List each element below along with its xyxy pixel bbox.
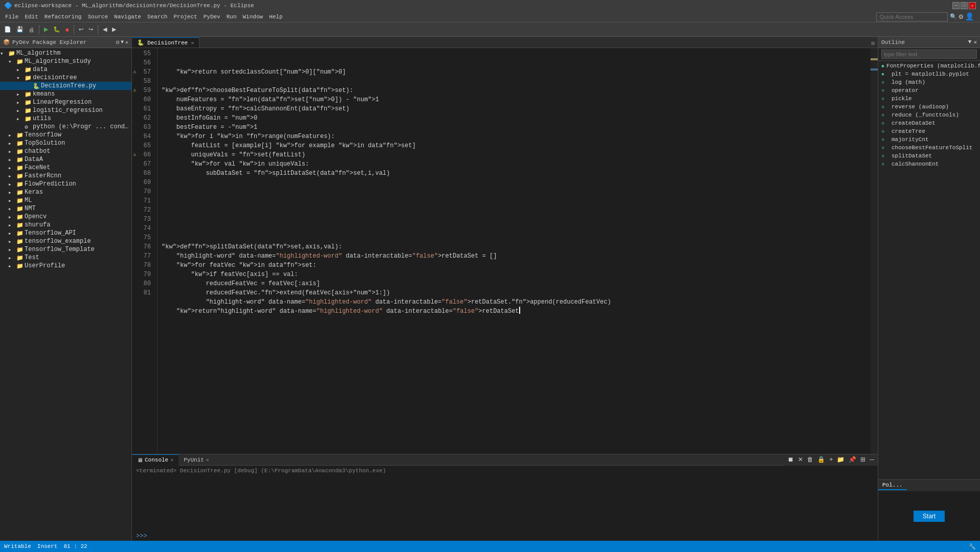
outline-tree-item[interactable]: ⟡createTree xyxy=(878,127,980,135)
pe-tree-item[interactable]: ▸📁LinearRegression xyxy=(0,98,131,106)
outline-filter-input[interactable] xyxy=(881,50,977,59)
pe-tree-item[interactable]: ▸📁TopSolution xyxy=(0,139,131,147)
minimize-button[interactable]: ─ xyxy=(952,2,960,9)
pe-tree-item[interactable]: ▸📁DataA xyxy=(0,155,131,164)
outline-tree-item[interactable]: ⟡createDataSet xyxy=(878,119,980,127)
pe-tree-item[interactable]: ▸📁FaceNet xyxy=(0,164,131,172)
outline-tree-item[interactable]: ⟡calcShannonEnt xyxy=(878,160,980,168)
pe-tree-item[interactable]: ▸📁Keras xyxy=(0,188,131,196)
outline-tree-item[interactable]: ⟡pickle xyxy=(878,95,980,103)
console-terminate-btn[interactable]: ⏹ xyxy=(786,455,795,464)
menu-help[interactable]: Help xyxy=(266,13,285,21)
quick-access-area[interactable]: 🔍 ⚙ 👤 xyxy=(876,12,978,21)
outline-tree-item[interactable]: ⟡operator xyxy=(878,86,980,95)
pe-tree-item[interactable]: ▸📁utils xyxy=(0,114,131,123)
outline-tree-item[interactable]: ⟡splitDataSet xyxy=(878,152,980,160)
outline-bottom-tab-pol[interactable]: Pol... xyxy=(878,481,907,490)
forward-button[interactable]: ▶ xyxy=(110,25,118,34)
pe-tree-item[interactable]: ▸📁FlowPrediction xyxy=(0,180,131,188)
console-tab-console[interactable]: 🖥 Console ✕ xyxy=(132,454,179,466)
outline-tree-item[interactable]: ⟡majorityCnt xyxy=(878,135,980,144)
pe-tree-item[interactable]: ▸📁Opencv xyxy=(0,213,131,221)
pe-close-icon[interactable]: ✕ xyxy=(125,39,128,45)
pyunit-tab-close[interactable]: ✕ xyxy=(206,457,209,463)
outline-filter[interactable] xyxy=(878,48,980,61)
stop-button[interactable]: ■ xyxy=(63,26,71,34)
code-area[interactable]: "kw">return sortedclassCount["num">0]["n… xyxy=(158,48,871,454)
pe-tree-item[interactable]: ▸📁kmeans xyxy=(0,90,131,98)
outline-tree-item[interactable]: ⟡reduce (_functtools) xyxy=(878,111,980,119)
save-button[interactable]: 💾 xyxy=(14,25,26,34)
console-maximize-btn[interactable]: ⊞ xyxy=(859,455,867,464)
menu-run[interactable]: Run xyxy=(224,13,240,21)
editor-maximize-icon[interactable]: ⊞ xyxy=(868,39,878,48)
pe-tree-item[interactable]: ▸📁chatbot xyxy=(0,147,131,155)
console-remove-btn[interactable]: ✕ xyxy=(796,455,805,464)
menu-navigate[interactable]: Navigate xyxy=(111,13,144,21)
pe-tree-item[interactable]: ▸📁ML xyxy=(0,196,131,204)
quick-access-input[interactable] xyxy=(876,12,948,21)
outline-header-controls[interactable]: ▼ ✕ xyxy=(968,39,977,45)
back-button[interactable]: ◀ xyxy=(101,25,109,34)
pe-tree-item[interactable]: ▸📁Test xyxy=(0,254,131,262)
close-button[interactable]: ✕ xyxy=(969,2,976,9)
start-button[interactable]: Start xyxy=(914,511,945,522)
menu-file[interactable]: File xyxy=(2,13,21,21)
debug-button[interactable]: 🐛 xyxy=(51,25,62,34)
pe-menu-icon[interactable]: ▼ xyxy=(121,39,124,45)
pe-tree-item[interactable]: ▾📁ML_algorithm xyxy=(0,49,131,57)
pe-tree-item[interactable]: ▸📁Tensorflow_API xyxy=(0,229,131,237)
pe-tree-item[interactable]: ▾📁decisiontree xyxy=(0,74,131,82)
outline-tree-item[interactable]: ⟡log (math) xyxy=(878,78,980,86)
pe-tree-item[interactable]: ▸📁data xyxy=(0,65,131,74)
outline-tree-item[interactable]: ⟡reverse (audioop) xyxy=(878,103,980,111)
run-button[interactable]: ▶ xyxy=(42,25,50,34)
menu-window[interactable]: Window xyxy=(240,13,266,21)
menu-refactoring[interactable]: Refactoring xyxy=(41,13,85,21)
console-new-btn[interactable]: + xyxy=(828,455,834,464)
menu-edit[interactable]: Edit xyxy=(21,13,41,21)
folder-icon: 📁 xyxy=(25,91,33,98)
toolbar-icon2[interactable]: 👤 xyxy=(965,12,974,21)
outline-tree-item[interactable]: ●plt = matplotlib.pyplot xyxy=(878,70,980,78)
toolbar-icon1[interactable]: ⚙ xyxy=(959,12,963,21)
editor-tab-decisiontree[interactable]: 🐍 DecisionTree ✕ xyxy=(132,37,199,48)
code-text xyxy=(162,205,165,215)
pe-tree-item[interactable]: ▸📁tensorflow_example xyxy=(0,237,131,245)
outline-close-icon[interactable]: ✕ xyxy=(973,39,977,45)
pe-tree-item[interactable]: 🐍DecisionTree.py xyxy=(0,82,131,90)
pe-tree-item[interactable]: ▸📁shurufa xyxy=(0,221,131,229)
tab-close-icon[interactable]: ✕ xyxy=(191,40,194,46)
menu-search[interactable]: Search xyxy=(144,13,171,21)
pe-tree-item[interactable]: ▸📁FasterRcnn xyxy=(0,172,131,180)
redo-button[interactable]: ↪ xyxy=(86,25,95,34)
console-scroll-lock-btn[interactable]: 🔒 xyxy=(816,455,827,464)
console-minimize-btn[interactable]: ─ xyxy=(868,455,876,464)
pe-tree-item[interactable]: ⚙python (e:\Progr ... conda3\python.exe) xyxy=(0,123,131,131)
pe-tree-item[interactable]: ▸📁NMT xyxy=(0,204,131,213)
text-cursor xyxy=(519,307,520,314)
console-tab-close[interactable]: ✕ xyxy=(170,457,173,463)
title-bar-controls[interactable]: ─ □ ✕ xyxy=(952,2,976,9)
pe-tree-item[interactable]: ▸📁logistic_regression xyxy=(0,106,131,114)
pe-tree-item[interactable]: ▸📁UserProfile xyxy=(0,262,131,270)
pe-collapse-icon[interactable]: ⊟ xyxy=(116,39,119,45)
console-clear-btn[interactable]: 🗑 xyxy=(806,455,815,464)
pe-tree-item[interactable]: ▾📁ML_algorithm_study xyxy=(0,57,131,65)
menu-source[interactable]: Source xyxy=(84,13,111,21)
undo-button[interactable]: ↩ xyxy=(77,25,85,34)
outline-tree-item[interactable]: ⟡chooseBestFeatureToSplit xyxy=(878,144,980,152)
pe-header-controls[interactable]: ⊟ ▼ ✕ xyxy=(116,39,128,45)
console-pin-btn[interactable]: 📌 xyxy=(847,455,858,464)
menu-project[interactable]: Project xyxy=(170,13,200,21)
console-tab-pyunit[interactable]: PyUnit ✕ xyxy=(179,454,214,466)
new-button[interactable]: 📄 xyxy=(2,25,13,34)
pe-tree-item[interactable]: ▸📁Tensorflow_Template xyxy=(0,245,131,254)
maximize-button[interactable]: □ xyxy=(961,2,968,9)
print-button[interactable]: 🖨 xyxy=(27,26,36,34)
pe-tree-item[interactable]: ▸📁Tensorflow xyxy=(0,131,131,139)
outline-tree-item[interactable]: ◆FontProperties (matplotlib.font_manager… xyxy=(878,62,980,70)
console-open-btn[interactable]: 📁 xyxy=(835,455,846,464)
menu-pydev[interactable]: PyDev xyxy=(201,13,224,21)
outline-menu-icon[interactable]: ▼ xyxy=(968,39,972,45)
